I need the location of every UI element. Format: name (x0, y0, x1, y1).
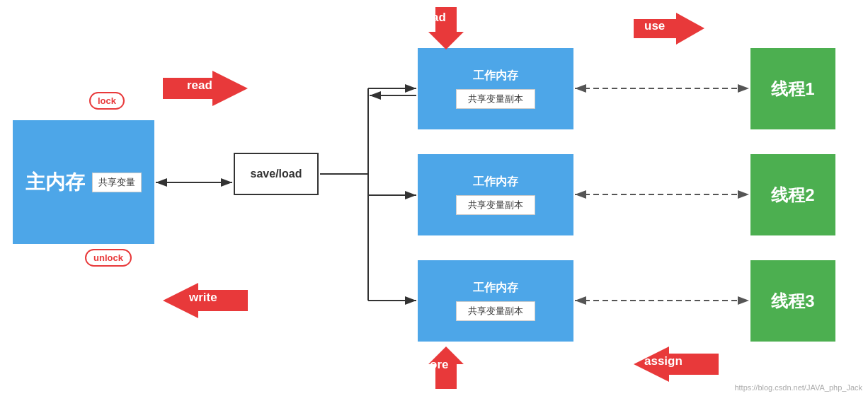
work-memory-3: 工作内存 共享变量副本 (418, 260, 573, 342)
read-label: read (185, 78, 214, 93)
thread-2-box: 线程2 (750, 154, 835, 235)
shared-var-copy-3: 共享变量副本 (456, 301, 535, 321)
work-memory-1: 工作内存 共享变量副本 (418, 48, 573, 129)
watermark: https://blog.csdn.net/JAVA_php_Jack (734, 383, 862, 392)
use-label: use (643, 19, 666, 33)
shared-var-box: 共享变量 (92, 173, 142, 192)
work-memory-2-label: 工作内存 (473, 175, 518, 190)
thread-3-label: 线程3 (771, 290, 814, 313)
work-memory-3-label: 工作内存 (473, 281, 518, 296)
save-load-label: save/load (251, 168, 302, 180)
assign-label: assign (643, 354, 684, 368)
write-label: write (188, 291, 219, 305)
load-label: load (420, 11, 447, 25)
store-label: store (418, 358, 450, 372)
shared-var-copy-1: 共享变量副本 (456, 89, 535, 109)
lock-label: lock (89, 92, 125, 110)
thread-2-label: 线程2 (771, 184, 814, 206)
thread-1-label: 线程1 (771, 78, 814, 100)
work-memory-1-label: 工作内存 (473, 69, 518, 83)
main-memory-label: 主内存 (25, 169, 85, 196)
unlock-label: unlock (85, 249, 132, 267)
main-memory-box: 主内存 共享变量 (13, 120, 154, 244)
shared-var-copy-2: 共享变量副本 (456, 195, 535, 215)
save-load-box: save/load (234, 153, 319, 195)
diagram: 主内存 共享变量 save/load 工作内存 共享变量副本 工作内存 共享变量… (0, 0, 868, 396)
thread-1-box: 线程1 (750, 48, 835, 129)
thread-3-box: 线程3 (750, 260, 835, 342)
work-memory-2: 工作内存 共享变量副本 (418, 154, 573, 235)
